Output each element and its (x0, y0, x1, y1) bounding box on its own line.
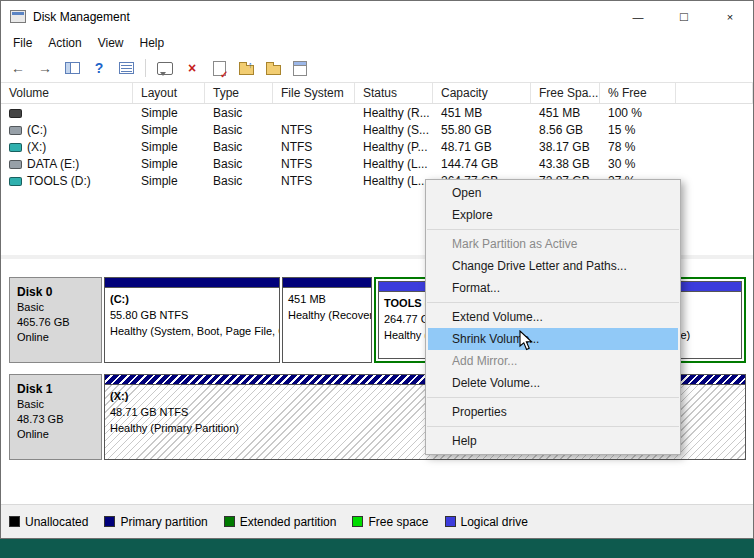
column-header-free[interactable]: % Free (600, 83, 676, 103)
window-title: Disk Management (33, 10, 130, 24)
cell-layout: Simple (133, 140, 205, 154)
show-list-icon (119, 62, 134, 74)
open-folder-button[interactable] (234, 56, 258, 80)
title-bar[interactable]: Disk Management — □ × (1, 1, 753, 32)
column-header-free-spa[interactable]: Free Spa... (531, 83, 600, 103)
context-menu-item-shrink-volume[interactable]: Shrink Volume... (428, 328, 678, 350)
cell-type: Basic (205, 174, 273, 188)
legend-swatch (224, 516, 235, 527)
delete-volume-button[interactable]: × (180, 56, 204, 80)
menu-file[interactable]: File (5, 33, 40, 53)
action-pane-button[interactable] (153, 56, 177, 80)
menu-view[interactable]: View (90, 33, 132, 53)
disk-name: Disk 0 (17, 285, 94, 300)
cell-status: Healthy (L... (355, 174, 433, 188)
volume-row-data-e[interactable]: DATA (E:)SimpleBasicNTFSHealthy (L...144… (1, 155, 753, 172)
cell-file_system: NTFS (273, 140, 355, 154)
volume-row-x[interactable]: (X:)SimpleBasicNTFSHealthy (P...48.71 GB… (1, 138, 753, 155)
partition-c[interactable]: (C:)55.80 GB NTFSHealthy (System, Boot, … (104, 277, 280, 363)
legend-swatch (445, 516, 456, 527)
cell-pct_free: 30 % (600, 157, 676, 171)
volume-row-unnamed[interactable]: SimpleBasicHealthy (R...451 MB451 MB100 … (1, 104, 753, 121)
cell-capacity: 48.71 GB (433, 140, 531, 154)
volume-rows: SimpleBasicHealthy (R...451 MB451 MB100 … (1, 104, 753, 189)
partition-451-mb[interactable]: 451 MBHealthy (Recovery Partition) (282, 277, 372, 363)
maximize-button[interactable]: □ (661, 1, 707, 32)
menu-help[interactable]: Help (132, 33, 173, 53)
cell-type: Basic (205, 140, 273, 154)
disk-0-header[interactable]: Disk 0Basic465.76 GBOnline (9, 277, 102, 363)
context-menu-item-help[interactable]: Help (426, 430, 680, 452)
menu-action[interactable]: Action (40, 33, 89, 53)
column-header-capacity[interactable]: Capacity (433, 83, 531, 103)
partition-label: (C:)55.80 GB NTFSHealthy (System, Boot, … (105, 288, 279, 342)
volume-row-c[interactable]: (C:)SimpleBasicNTFSHealthy (S...55.80 GB… (1, 121, 753, 138)
cell-capacity: 144.74 GB (433, 157, 531, 171)
back-button[interactable]: ← (6, 56, 30, 80)
cell-volume: (X:) (1, 140, 133, 154)
explore-button[interactable] (261, 56, 285, 80)
toolbar: ←→?× (1, 54, 753, 83)
cell-capacity: 451 MB (433, 106, 531, 120)
disk-name: Disk 1 (17, 382, 94, 397)
action-pane-icon (157, 62, 173, 75)
column-header-type[interactable]: Type (205, 83, 273, 103)
minimize-button[interactable]: — (615, 1, 661, 32)
legend-swatch (104, 516, 115, 527)
partition-text-line: 55.80 GB NTFS (110, 307, 274, 323)
volume-icon (9, 109, 22, 118)
show-list-button[interactable] (114, 56, 138, 80)
console-tree-icon (65, 62, 80, 74)
context-menu-item-open[interactable]: Open (426, 182, 680, 204)
cell-pct_free: 100 % (600, 106, 676, 120)
fields-button[interactable] (288, 56, 312, 80)
forward-button[interactable]: → (33, 56, 57, 80)
context-menu-item-change-drive-letter-and-paths[interactable]: Change Drive Letter and Paths... (426, 255, 680, 277)
menu-separator (427, 229, 679, 230)
context-menu-item-explore[interactable]: Explore (426, 204, 680, 226)
cell-volume: (C:) (1, 123, 133, 137)
legend-label: Extended partition (240, 515, 337, 529)
volume-icon (9, 160, 22, 169)
partition-color-bar (105, 278, 279, 288)
cell-free_space: 451 MB (531, 106, 600, 120)
context-menu-item-add-mirror[interactable]: Add Mirror... (426, 350, 680, 372)
column-header-layout[interactable]: Layout (133, 83, 205, 103)
disk-info-line: 48.73 GB (17, 412, 94, 427)
context-menu-item-format[interactable]: Format... (426, 277, 680, 299)
disk-1-header[interactable]: Disk 1Basic48.73 GBOnline (9, 374, 102, 460)
volume-icon (9, 143, 22, 152)
close-button[interactable]: × (707, 1, 753, 32)
column-header-file-system[interactable]: File System (273, 83, 355, 103)
cell-status: Healthy (R... (355, 106, 433, 120)
legend-label: Unallocated (25, 515, 88, 529)
delete-volume-icon: × (188, 61, 196, 75)
legend-free-space: Free space (352, 515, 428, 529)
cell-type: Basic (205, 123, 273, 137)
column-header-volume[interactable]: Volume (1, 83, 133, 103)
column-header-status[interactable]: Status (355, 83, 433, 103)
context-menu-item-properties[interactable]: Properties (426, 401, 680, 423)
legend-label: Logical drive (461, 515, 528, 529)
console-tree-button[interactable] (60, 56, 84, 80)
legend-bar: UnallocatedPrimary partitionExtended par… (1, 504, 753, 538)
disk-info-line: Online (17, 330, 94, 345)
cell-pct_free: 15 % (600, 123, 676, 137)
cell-layout: Simple (133, 157, 205, 171)
context-menu: OpenExploreMark Partition as ActiveChang… (425, 179, 681, 455)
cell-type: Basic (205, 157, 273, 171)
disk-info-line: Basic (17, 397, 94, 412)
legend-extended-partition: Extended partition (224, 515, 337, 529)
mouse-cursor (519, 330, 535, 352)
back-icon: ← (11, 61, 25, 75)
cell-capacity: 55.80 GB (433, 123, 531, 137)
disk-management-app-icon (10, 10, 26, 23)
context-menu-item-extend-volume[interactable]: Extend Volume... (426, 306, 680, 328)
help-icon: ? (95, 61, 104, 75)
partition-color-bar (283, 278, 371, 288)
help-button[interactable]: ? (87, 56, 111, 80)
context-menu-item-mark-partition-as-active[interactable]: Mark Partition as Active (426, 233, 680, 255)
cell-free_space: 8.56 GB (531, 123, 600, 137)
context-menu-item-delete-volume[interactable]: Delete Volume... (426, 372, 680, 394)
properties-button[interactable] (207, 56, 231, 80)
